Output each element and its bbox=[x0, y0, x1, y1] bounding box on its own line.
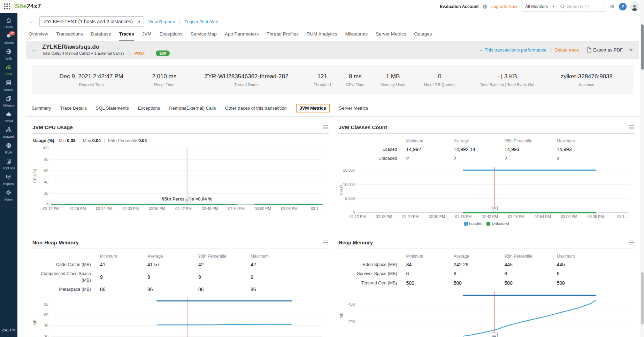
usage-stat: 95th Percentile 0.04 bbox=[108, 138, 147, 143]
sidebar-item-web[interactable]: Web bbox=[0, 47, 17, 62]
svg-text:02:18 PM: 02:18 PM bbox=[376, 214, 392, 219]
sidebar-item-reports[interactable]: Reports bbox=[0, 172, 17, 188]
tab-milestones[interactable]: Milestones bbox=[345, 31, 368, 41]
panel-menu-icon[interactable] bbox=[323, 125, 328, 129]
stat-thread-id: 121Thread Id bbox=[306, 73, 338, 87]
sidebar-item-alarms[interactable]: Alarms47 bbox=[0, 31, 17, 47]
non-heap-memory-chart[interactable]: 2040608002:12 P..02:18 PM02:24 PM02:30 P… bbox=[32, 295, 328, 337]
metric-value: 9 bbox=[147, 273, 198, 281]
subtab-trace-details[interactable]: Trace Details bbox=[60, 105, 87, 111]
tab-database[interactable]: Database bbox=[91, 31, 111, 41]
scrollbar-thumb[interactable] bbox=[641, 24, 644, 70]
metric-value: 2 bbox=[454, 154, 505, 163]
announcements-icon[interactable] bbox=[608, 3, 615, 10]
monitor-select[interactable]: ZYLKER-TEST (1 hosts and 2 instances) ▾ bbox=[39, 16, 144, 27]
subtab-remote-external-calls[interactable]: Remote(External) Calls bbox=[169, 105, 216, 111]
delete-trace-link[interactable]: Delete trace bbox=[554, 47, 579, 53]
metric-value: 445 bbox=[505, 260, 557, 269]
search-input[interactable] bbox=[567, 4, 602, 9]
svg-text:i: i bbox=[484, 5, 485, 8]
panel-non-heap-memory: Non-Heap Memory MinimumAverage95th Perce… bbox=[32, 236, 329, 337]
site24x7-logo[interactable]: Site24x7 bbox=[15, 3, 41, 10]
subtab-jvm-metrics[interactable]: JVM Metrics bbox=[296, 104, 330, 112]
svg-text:02:36 PM: 02:36 PM bbox=[455, 214, 472, 219]
document-icon bbox=[587, 47, 591, 53]
column-header: Average bbox=[147, 252, 198, 260]
metric-value: 6 bbox=[406, 269, 454, 278]
metric-value: 445 bbox=[557, 260, 604, 269]
tab-app-parameters[interactable]: App Parameters bbox=[225, 31, 259, 41]
help-icon[interactable]: ? bbox=[619, 3, 627, 10]
upgrade-now-link[interactable]: Upgrade Now bbox=[491, 4, 517, 9]
app-grid-icon[interactable] bbox=[4, 3, 10, 9]
user-avatar[interactable] bbox=[630, 2, 639, 11]
column-header: Maximum bbox=[557, 137, 604, 145]
sidebar-item-network[interactable]: Network bbox=[0, 125, 17, 141]
tab-overview[interactable]: Overview bbox=[29, 31, 48, 41]
panel-menu-icon[interactable] bbox=[629, 125, 634, 129]
sidebar-item-applogs[interactable]: AppLogs bbox=[0, 156, 17, 172]
admin-icon bbox=[6, 189, 12, 197]
sidebar-item-rum[interactable]: RUM bbox=[0, 141, 17, 156]
jvm-classes-count-chart[interactable]: 05,00010,00015,00002:12 PM02:18 PM02:24 … bbox=[338, 164, 634, 219]
heap-memory-chart[interactable]: 020040002:12 PM02:18 PM02:24 PM02:30 PM0… bbox=[338, 289, 634, 337]
sidebar-item-server[interactable]: Server bbox=[0, 78, 17, 94]
trace-back-arrow-icon[interactable]: ← bbox=[31, 46, 37, 54]
apm-icon bbox=[6, 64, 12, 72]
panel-menu-icon[interactable] bbox=[629, 241, 634, 244]
scrollbar[interactable] bbox=[641, 0, 644, 337]
info-icon[interactable]: i bbox=[482, 4, 487, 9]
monitor-filter-select[interactable]: All Monitors▾ bbox=[525, 4, 554, 9]
scrollbar-thumb-secondary[interactable] bbox=[641, 272, 644, 324]
tab-jvm[interactable]: JVM bbox=[142, 31, 152, 41]
legend-item[interactable]: Unloaded bbox=[486, 221, 509, 226]
tab-service-map[interactable]: Service Map bbox=[191, 31, 217, 41]
export-pdf-button[interactable]: Export as PDF bbox=[587, 47, 623, 53]
sidebar-item-home[interactable]: Home bbox=[0, 15, 17, 31]
jvm-cpu-usage-chart[interactable]: 02040608010002:12 PM02:18 PM02:24 PM02:3… bbox=[32, 144, 328, 211]
svg-text:02:54 PM: 02:54 PM bbox=[228, 206, 245, 211]
close-icon[interactable]: × bbox=[629, 46, 633, 54]
sidebar-item-admin[interactable]: Admin bbox=[0, 188, 17, 203]
svg-text:MB: MB bbox=[33, 320, 37, 326]
sidebar-item-apm[interactable]: APM bbox=[0, 62, 17, 78]
row-label: Code Cache (MB) bbox=[32, 260, 100, 269]
svg-text:02:42 PM: 02:42 PM bbox=[175, 206, 192, 211]
metric-value: 34 bbox=[406, 260, 454, 269]
svg-text:10,000: 10,000 bbox=[343, 182, 355, 187]
svg-text:15,000: 15,000 bbox=[343, 168, 355, 172]
panel-menu-icon[interactable] bbox=[323, 241, 328, 244]
metric-row: Loaded14,99214,992.1414,99314,993 bbox=[338, 145, 635, 154]
subtab-summary[interactable]: Summary bbox=[32, 105, 51, 111]
back-arrow-icon[interactable]: ← bbox=[29, 18, 35, 25]
row-label: Eden Space (MB) bbox=[338, 260, 406, 269]
tab-rum-analytics[interactable]: RUM Analytics bbox=[307, 31, 337, 41]
view-reports-link[interactable]: View Reports bbox=[148, 19, 175, 24]
subtab-server-metrics[interactable]: Server Metrics bbox=[339, 105, 368, 111]
tab-transactions[interactable]: Transactions bbox=[56, 31, 83, 41]
sidebar-item-vmware[interactable]: VMware bbox=[0, 94, 17, 109]
reports-icon bbox=[6, 174, 12, 181]
tab-outages[interactable]: Outages bbox=[414, 31, 432, 41]
tab-server-metrics[interactable]: Server Metrics bbox=[376, 31, 406, 41]
subtab-sql-statements[interactable]: SQL Statements bbox=[96, 105, 129, 111]
tab-thread-profiles[interactable]: Thread Profiles bbox=[267, 31, 299, 41]
svg-text:5,000: 5,000 bbox=[345, 197, 355, 201]
panel-title: Heap Memory bbox=[339, 240, 373, 245]
metric-value: 86 bbox=[198, 285, 251, 293]
transaction-performance-link[interactable]: ← This transaction's performance bbox=[479, 47, 546, 53]
tab-exceptions[interactable]: Exceptions bbox=[160, 31, 183, 41]
metric-value: 9 bbox=[198, 273, 251, 281]
content-divider bbox=[26, 36, 26, 337]
row-label: Survivor Space (MB) bbox=[338, 269, 406, 278]
trigger-test-alert-link[interactable]: Trigger Test Alert bbox=[184, 19, 219, 24]
legend-item[interactable]: Loaded bbox=[464, 221, 482, 226]
subtab-exceptions[interactable]: Exceptions bbox=[138, 105, 160, 111]
svg-text:40: 40 bbox=[44, 323, 48, 328]
subtab-other-traces-of-this-transaction[interactable]: Other traces of this transaction bbox=[225, 105, 287, 111]
trace-subtitle: Total Calls: 4 Method Call(s) + 1 Extern… bbox=[42, 51, 124, 55]
tab-traces[interactable]: Traces bbox=[119, 31, 134, 41]
metric-value: 500 bbox=[406, 279, 454, 287]
svg-text:400: 400 bbox=[348, 302, 354, 306]
sidebar-item-cloud[interactable]: Cloud bbox=[0, 109, 17, 125]
